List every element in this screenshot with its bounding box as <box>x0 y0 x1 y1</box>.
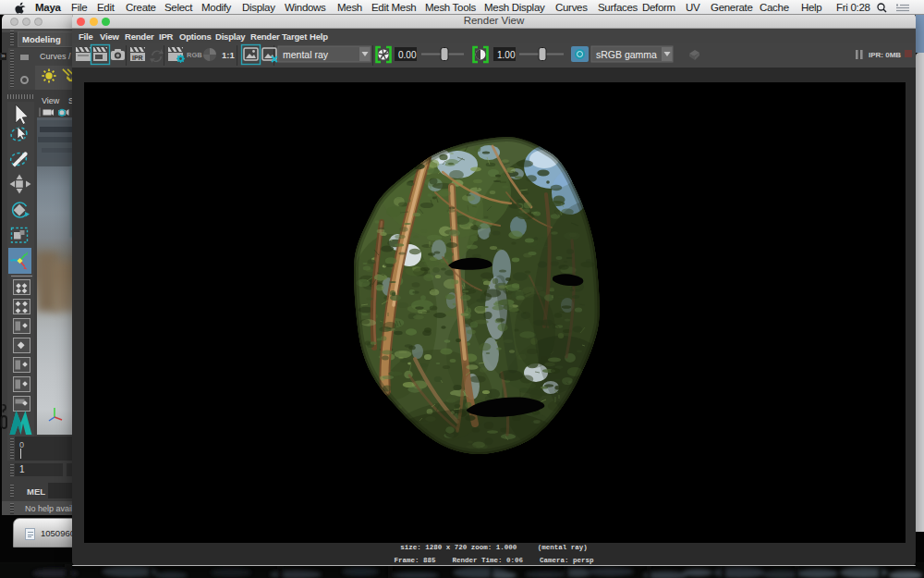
svg-text:1:1: 1:1 <box>222 50 235 60</box>
svg-text:sRGB gamma: sRGB gamma <box>596 49 657 60</box>
svg-text:IPR: 0MB: IPR: 0MB <box>869 51 901 59</box>
svg-text:RGB: RGB <box>187 51 202 59</box>
svg-text:IPR: IPR <box>132 55 143 61</box>
svg-text:0.00: 0.00 <box>398 50 417 60</box>
svg-text:1.00: 1.00 <box>497 50 516 60</box>
svg-text:mental ray: mental ray <box>283 49 329 60</box>
